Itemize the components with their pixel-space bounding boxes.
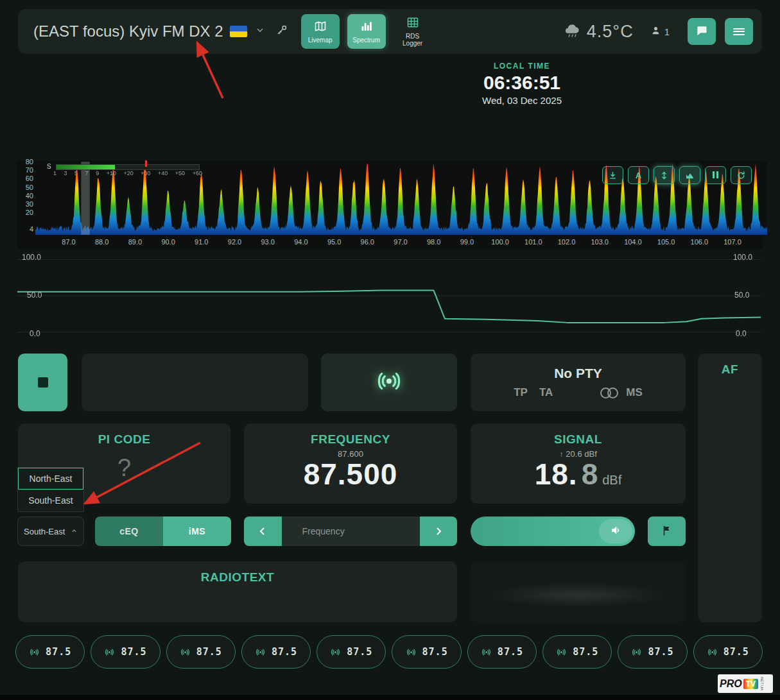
spectrum-x-tick: 100.0 — [487, 238, 513, 246]
signal-y-tick: 50.0 — [734, 291, 749, 300]
frequency-input[interactable] — [282, 516, 420, 546]
stop-audio-button[interactable] — [18, 354, 67, 411]
signal-history-chart — [17, 254, 761, 339]
broadcast-icon — [406, 647, 417, 657]
spectrum-annotation-button[interactable]: A — [628, 166, 649, 184]
flag-button[interactable] — [648, 516, 686, 546]
pty-flags-panel: No PTY TP TA MS — [471, 354, 686, 411]
weather-widget: 4.5°C — [562, 22, 634, 42]
frequency-title: FREQUENCY — [244, 432, 457, 447]
frequency-down-button[interactable] — [244, 516, 282, 546]
antenna-selected-value: South-East — [24, 527, 65, 536]
rds-logger-button[interactable]: RDS Logger — [394, 14, 432, 49]
preset-frequency: 87.5 — [724, 646, 749, 658]
broadcast-icon — [556, 647, 567, 657]
audio-status-panel[interactable] — [321, 354, 457, 411]
preset-button[interactable]: 87.5 — [693, 635, 763, 669]
logo-tv-text: TV — [743, 679, 758, 689]
preset-frequency: 87.5 — [272, 646, 297, 658]
spectrum-chart-icon — [360, 20, 373, 35]
spectrum-x-tick: 104.0 — [620, 238, 646, 246]
spectrum-y-tick: 80 — [17, 158, 33, 166]
s-meter-peak-marker — [145, 160, 147, 167]
spectrum-style-button[interactable] — [679, 166, 700, 184]
spectrum-x-tick: 101.0 — [521, 238, 546, 246]
af-list-panel: AF — [698, 354, 762, 622]
station-info-panel — [82, 354, 308, 411]
spectrum-autoscale-button[interactable] — [654, 166, 675, 184]
preset-frequency: 87.5 — [196, 646, 222, 658]
signal-y-tick: 0.0 — [30, 329, 40, 338]
preset-button[interactable]: 87.5 — [91, 635, 160, 669]
pty-value: No PTY — [554, 366, 602, 381]
spectrum-y-tick: 70 — [17, 166, 33, 174]
broadcast-icon — [707, 647, 718, 657]
spectrum-x-tick: 98.0 — [421, 238, 447, 246]
header-nav: Livemap Spectrum RDS Logger — [301, 14, 432, 49]
s-meter-tick: +30 — [141, 170, 150, 176]
flag-icon — [661, 525, 673, 538]
signal-unit: dBf — [602, 473, 621, 488]
spectrum-shift-down-button[interactable] — [602, 166, 623, 184]
rds-flags: TP TA MS — [514, 386, 643, 399]
signal-title: SIGNAL — [471, 432, 686, 447]
preset-button[interactable]: 87.5 — [15, 635, 85, 669]
spectrum-label: Spectrum — [352, 37, 380, 44]
chat-bubble-icon — [695, 24, 708, 39]
spectrum-x-axis: 87.088.089.090.091.092.093.094.095.096.0… — [35, 238, 767, 247]
s-meter-tick: 7 — [85, 170, 89, 176]
preset-button[interactable]: 87.5 — [542, 635, 612, 669]
spectrum-x-tick: 102.0 — [554, 238, 580, 246]
spectrum-y-tick: 50 — [17, 184, 33, 191]
antenna-option-south-east[interactable]: South-East — [18, 490, 83, 511]
signal-y-tick: 100.0 — [22, 253, 41, 262]
spectrum-button[interactable]: Spectrum — [347, 14, 386, 49]
menu-button[interactable] — [725, 18, 753, 45]
secondary-graph-panel — [471, 561, 686, 622]
spectrum-x-tick: 99.0 — [454, 238, 480, 246]
spectrum-y-tick: 4 — [17, 225, 33, 233]
frequency-up-button[interactable] — [420, 516, 458, 546]
livemap-button[interactable]: Livemap — [301, 14, 340, 49]
signal-y-tick: 100.0 — [733, 253, 752, 262]
broadcast-icon — [255, 647, 266, 657]
ims-toggle-button[interactable]: iMS — [163, 516, 231, 546]
preset-frequency: 87.5 — [422, 646, 448, 658]
volume-thumb[interactable] — [599, 519, 632, 543]
volume-slider[interactable] — [471, 516, 635, 546]
pi-code-title: PI CODE — [18, 432, 230, 447]
ms-flag: MS — [626, 386, 643, 399]
livemap-label: Livemap — [308, 37, 333, 44]
listeners-count: 1 — [664, 26, 670, 37]
antenna-select[interactable]: South-East — [17, 516, 84, 546]
pause-icon — [712, 171, 720, 180]
preset-button[interactable]: 87.5 — [241, 635, 311, 669]
s-meter-tick: +10 — [107, 170, 116, 176]
local-date-value: Wed, 03 Dec 2025 — [426, 95, 618, 106]
spectrum-x-tick: 96.0 — [354, 238, 380, 246]
preset-button[interactable]: 87.5 — [166, 635, 236, 669]
preset-button[interactable]: 87.5 — [316, 635, 386, 669]
rain-cloud-icon — [562, 22, 582, 41]
spectrum-x-tick: 107.0 — [720, 238, 745, 246]
s-meter-tick: 1 — [53, 170, 56, 176]
admin-key-icon[interactable] — [275, 24, 288, 39]
s-meter-tick: +20 — [123, 170, 133, 176]
chat-button[interactable] — [688, 18, 716, 45]
ceq-toggle-button[interactable]: cEQ — [95, 516, 163, 546]
map-icon — [314, 20, 327, 35]
s-meter: S 13579+10+20+30+40+50+60 — [47, 162, 207, 178]
spectrum-x-tick: 95.0 — [322, 238, 347, 246]
chevron-down-icon[interactable] — [255, 25, 265, 38]
preset-button[interactable]: 87.5 — [392, 635, 461, 669]
spectrum-refresh-button[interactable] — [731, 166, 752, 184]
antenna-option-north-east[interactable]: North-East — [18, 468, 83, 490]
frequency-stepper — [244, 516, 457, 546]
af-title: AF — [698, 363, 762, 377]
spectrum-pause-button[interactable] — [705, 166, 726, 184]
preset-button[interactable]: 87.5 — [467, 635, 537, 669]
spectrum-y-tick: 40 — [17, 192, 33, 200]
preset-button[interactable]: 87.5 — [618, 635, 687, 669]
letter-a-icon: A — [636, 171, 641, 180]
s-meter-fill — [56, 165, 115, 169]
